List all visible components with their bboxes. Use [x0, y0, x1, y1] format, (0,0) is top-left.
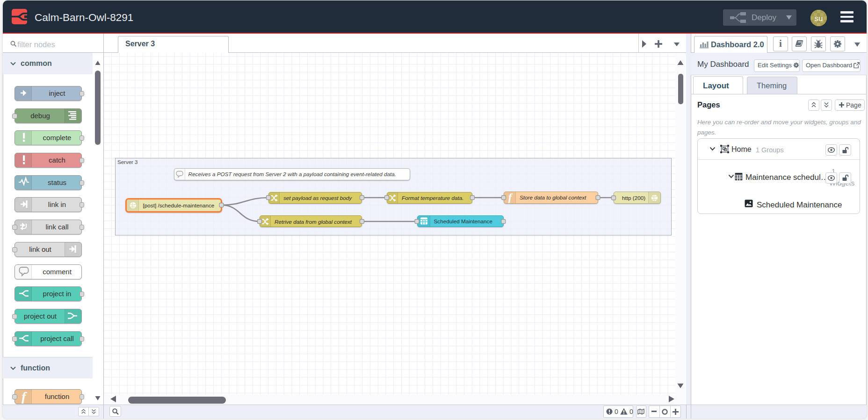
- svg-text:su: su: [815, 14, 823, 23]
